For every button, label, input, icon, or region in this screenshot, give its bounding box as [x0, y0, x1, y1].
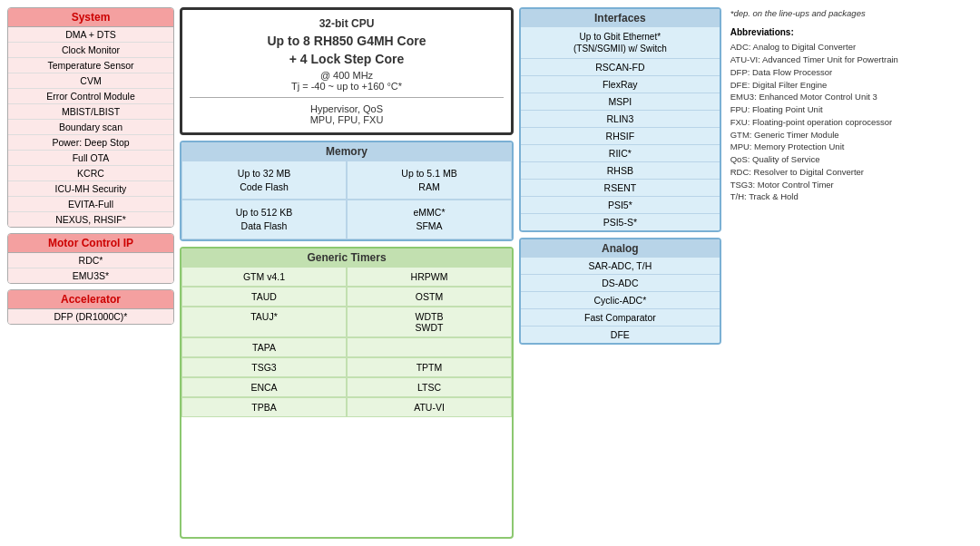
system-item-7: Power: Deep Stop: [8, 135, 173, 151]
interfaces-column: Interfaces Up to Gbit Ethernet* (TSN/SGM…: [519, 7, 721, 539]
memory-cell-1: Up to 5.1 MB RAM: [347, 161, 512, 200]
cpu-temp: Tj = -40 ~ up to +160 °C*: [190, 81, 504, 92]
timer-cell-12: TPBA: [181, 397, 347, 417]
system-item-2: Temperature Sensor: [8, 58, 173, 73]
abbreviations-column: *dep. on the line-ups and packages Abbre…: [727, 7, 973, 539]
abbrev-title: Abbreviations:: [730, 25, 973, 39]
system-header: System: [8, 8, 173, 27]
middle-column: 32-bit CPU Up to 8 RH850 G4MH Core + 4 L…: [180, 7, 514, 539]
abbrev-item-11: TSG3: Motor Control Timer: [730, 179, 973, 191]
dep-note: *dep. on the line-ups and packages: [730, 7, 973, 20]
timer-cell-0: GTM v4.1: [181, 267, 347, 287]
timers-grid: GTM v4.1 HRPWM TAUD OSTM TAUJ* WDTB SWDT…: [181, 267, 512, 417]
interfaces-box: Interfaces Up to Gbit Ethernet* (TSN/SGM…: [519, 7, 721, 232]
cpu-title: 32-bit CPU: [190, 17, 504, 30]
abbrev-item-8: MPU: Memory Protection Unit: [730, 141, 973, 153]
cpu-box: 32-bit CPU Up to 8 RH850 G4MH Core + 4 L…: [180, 7, 514, 135]
abbrev-item-4: EMU3: Enhanced Motor Control Unit 3: [730, 91, 973, 103]
motor-header: Motor Control IP: [8, 234, 173, 253]
interface-item-3: RLIN3: [521, 111, 720, 128]
interface-item-5: RIIC*: [521, 145, 720, 162]
abbrev-item-2: DFP: Data Flow Processor: [730, 66, 973, 79]
cpu-units: MPU, FPU, FXU: [190, 114, 504, 125]
abbrev-item-0: ADC: Analog to Digital Converter: [730, 41, 973, 54]
abbrev-item-10: RDC: Resolver to Digital Converter: [730, 166, 973, 179]
interfaces-header: Interfaces: [521, 9, 720, 27]
interface-item-6: RHSB: [521, 162, 720, 180]
timer-cell-4: TAUJ*: [181, 307, 347, 337]
timer-cell-5: WDTB SWDT: [347, 307, 512, 337]
timer-cell-8: TSG3: [181, 357, 347, 377]
timer-cell-2: TAUD: [181, 287, 347, 307]
timer-cell-9: TPTM: [347, 357, 512, 377]
system-item-12: NEXUS, RHSIF*: [8, 212, 173, 227]
abbrev-item-7: GTM: Generic Timer Module: [730, 129, 973, 141]
interface-item-9: PSI5-S*: [521, 214, 720, 230]
memory-cell-0: Up to 32 MB Code Flash: [181, 161, 347, 200]
timer-cell-13: ATU-VI: [347, 397, 512, 417]
analog-box: Analog SAR-ADC, T/H DS-ADC Cyclic-ADC* F…: [519, 238, 721, 345]
analog-item-3: Fast Comparator: [521, 309, 720, 327]
timer-cell-1: HRPWM: [347, 267, 512, 287]
memory-cell-2: Up to 512 KB Data Flash: [181, 200, 347, 239]
interface-item-0: RSCAN-FD: [521, 59, 720, 76]
cpu-main-line2: + 4 Lock Step Core: [190, 52, 504, 66]
accel-box: Accelerator DFP (DR1000C)*: [7, 289, 174, 325]
cpu-hyp: Hypervisor, QoS: [190, 103, 504, 114]
motor-item-0: RDC*: [8, 253, 173, 268]
timer-cell-3: OSTM: [347, 287, 512, 307]
motor-box: Motor Control IP RDC* EMU3S*: [7, 233, 174, 284]
system-item-9: KCRC: [8, 166, 173, 181]
cpu-freq: @ 400 MHz: [190, 70, 504, 81]
motor-item-1: EMU3S*: [8, 268, 173, 283]
memory-header: Memory: [181, 142, 512, 161]
interface-item-4: RHSIF: [521, 128, 720, 145]
memory-cell-3: eMMC* SFMA: [347, 200, 512, 239]
left-column: System DMA + DTS Clock Monitor Temperatu…: [7, 7, 174, 539]
accel-item-0: DFP (DR1000C)*: [8, 309, 173, 324]
system-item-0: DMA + DTS: [8, 27, 173, 43]
system-item-6: Boundary scan: [8, 120, 173, 135]
analog-item-2: Cyclic-ADC*: [521, 292, 720, 309]
system-item-5: MBIST/LBIST: [8, 104, 173, 120]
system-item-4: Error Control Module: [8, 89, 173, 104]
timers-box: Generic Timers GTM v4.1 HRPWM TAUD OSTM …: [180, 247, 514, 539]
system-item-8: Full OTA: [8, 151, 173, 166]
interface-item-7: RSENT: [521, 180, 720, 197]
interface-item-1: FlexRay: [521, 76, 720, 93]
timer-cell-6: TAPA: [181, 337, 347, 357]
system-item-1: Clock Monitor: [8, 43, 173, 58]
timers-header: Generic Timers: [181, 249, 512, 267]
system-box: System DMA + DTS Clock Monitor Temperatu…: [7, 7, 174, 228]
timer-cell-10: ENCA: [181, 377, 347, 397]
abbrev-item-3: DFE: Digital Filter Engine: [730, 79, 973, 92]
system-item-10: ICU-MH Security: [8, 181, 173, 197]
analog-item-0: SAR-ADC, T/H: [521, 258, 720, 275]
abbrev-item-6: FXU: Floating-point operation coprocesso…: [730, 116, 973, 129]
interface-top-item: Up to Gbit Ethernet* (TSN/SGMII) w/ Swit…: [521, 27, 720, 59]
memory-grid: Up to 32 MB Code Flash Up to 5.1 MB RAM …: [181, 161, 512, 239]
memory-box: Memory Up to 32 MB Code Flash Up to 5.1 …: [180, 141, 514, 241]
system-item-3: CVM: [8, 73, 173, 89]
cpu-main-line1: Up to 8 RH850 G4MH Core: [190, 34, 504, 48]
system-item-11: EVITA-Full: [8, 197, 173, 212]
analog-item-4: DFE: [521, 327, 720, 343]
interface-item-2: MSPI: [521, 93, 720, 111]
interface-item-8: PSI5*: [521, 197, 720, 214]
analog-header: Analog: [521, 239, 720, 258]
abbrev-item-9: QoS: Quality of Service: [730, 153, 973, 166]
abbrev-item-12: T/H: Track & Hold: [730, 190, 973, 203]
abbrev-item-5: FPU: Floating Point Unit: [730, 103, 973, 116]
accel-header: Accelerator: [8, 290, 173, 309]
abbrev-item-1: ATU-VI: Advanced Timer Unit for Powertra…: [730, 54, 973, 66]
timer-cell-7: [347, 337, 512, 357]
timer-cell-11: LTSC: [347, 377, 512, 397]
analog-item-1: DS-ADC: [521, 275, 720, 292]
